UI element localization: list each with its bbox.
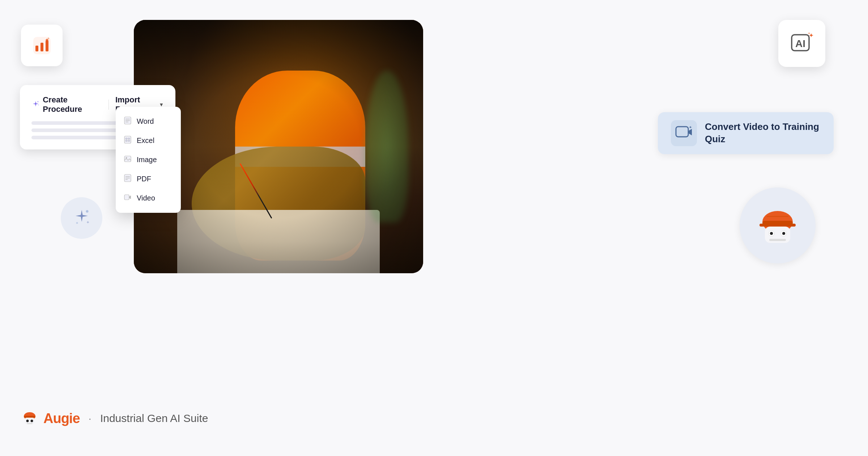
pdf-icon bbox=[124, 174, 132, 184]
header-divider bbox=[109, 100, 109, 110]
ai-icon: AI bbox=[789, 30, 815, 56]
robot-icon bbox=[754, 202, 801, 249]
sparkles-icon bbox=[71, 208, 92, 229]
logo-brand: Augie bbox=[43, 411, 80, 426]
video-label: Video bbox=[137, 194, 155, 202]
svg-rect-1 bbox=[35, 46, 38, 51]
svg-rect-2 bbox=[41, 43, 43, 51]
convert-icon-wrap bbox=[671, 120, 697, 146]
svg-point-27 bbox=[86, 210, 88, 212]
svg-point-36 bbox=[782, 232, 785, 235]
dropdown-item-video[interactable]: Video bbox=[116, 189, 181, 208]
svg-point-42 bbox=[26, 420, 29, 422]
logo-dot: · bbox=[89, 412, 92, 425]
dropdown-item-pdf[interactable]: PDF bbox=[116, 169, 181, 189]
svg-point-9 bbox=[38, 105, 39, 106]
analytics-card bbox=[21, 25, 63, 66]
svg-point-28 bbox=[76, 222, 78, 224]
svg-rect-19 bbox=[124, 156, 131, 162]
svg-rect-40 bbox=[24, 416, 35, 418]
svg-point-7 bbox=[808, 33, 810, 34]
svg-point-20 bbox=[126, 157, 127, 159]
logo-robot-icon bbox=[21, 410, 38, 427]
ai-card: AI bbox=[778, 20, 825, 67]
convert-video-icon bbox=[674, 123, 694, 143]
svg-rect-37 bbox=[769, 239, 786, 241]
svg-rect-15 bbox=[125, 138, 127, 139]
excel-label: Excel bbox=[137, 136, 154, 145]
analytics-icon bbox=[32, 35, 52, 56]
video-icon bbox=[124, 193, 132, 203]
svg-text:AI: AI bbox=[795, 38, 805, 49]
proc-line-2 bbox=[31, 128, 124, 132]
svg-rect-3 bbox=[46, 41, 48, 51]
sparkle-icon bbox=[31, 100, 40, 109]
svg-point-43 bbox=[31, 420, 33, 422]
dropdown-item-excel[interactable]: Excel bbox=[116, 131, 181, 150]
svg-rect-31 bbox=[760, 224, 796, 227]
svg-rect-25 bbox=[124, 195, 129, 200]
bottom-logo: Augie · Industrial Gen AI Suite bbox=[21, 410, 208, 427]
svg-point-4 bbox=[48, 38, 49, 39]
convert-video-text: Convert Video to Training Quiz bbox=[705, 121, 821, 145]
svg-rect-17 bbox=[125, 140, 127, 142]
word-label: Word bbox=[137, 117, 154, 126]
svg-rect-18 bbox=[128, 140, 130, 142]
word-icon bbox=[124, 117, 132, 126]
pdf-label: PDF bbox=[137, 175, 151, 183]
excel-icon bbox=[124, 136, 132, 145]
dropdown-item-image[interactable]: Image bbox=[116, 150, 181, 169]
svg-rect-26 bbox=[676, 127, 688, 137]
import-dropdown: Word Excel Image bbox=[116, 107, 181, 213]
sparkles-circle bbox=[61, 197, 102, 239]
create-procedure-title: Create Procedure bbox=[31, 95, 102, 114]
convert-video-card: Convert Video to Training Quiz bbox=[658, 112, 834, 154]
svg-rect-14 bbox=[124, 136, 131, 143]
robot-circle bbox=[740, 187, 816, 263]
svg-point-8 bbox=[37, 101, 39, 102]
svg-point-35 bbox=[770, 232, 773, 235]
image-icon bbox=[124, 155, 132, 165]
logo-subtitle: Industrial Gen AI Suite bbox=[100, 412, 208, 425]
image-label: Image bbox=[137, 156, 157, 164]
svg-rect-44 bbox=[27, 423, 33, 424]
dropdown-item-word[interactable]: Word bbox=[116, 112, 181, 131]
svg-rect-16 bbox=[128, 138, 130, 139]
